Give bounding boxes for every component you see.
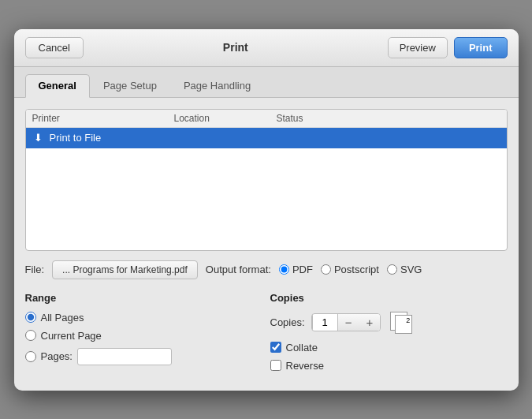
printer-list-body: ⬇ Print to File [26,128,507,250]
svg-label: SVG [400,264,422,275]
bottom-section: Range All Pages Current Page Pages: [25,290,508,380]
collate-label: Collate [286,342,318,354]
tab-page-setup[interactable]: Page Setup [90,74,170,98]
col-printer: Printer [32,113,174,124]
output-format-group: Output format: PDF Postscript SVG [206,264,422,275]
reverse-checkbox[interactable] [270,360,281,371]
pages-label: Pages: [41,350,73,362]
reverse-option[interactable]: Reverse [270,360,508,372]
range-title: Range [25,292,262,304]
reverse-label: Reverse [286,360,324,372]
pdf-radio[interactable] [279,264,289,275]
collate-icon: 1 2 [390,312,414,334]
cancel-button[interactable]: Cancel [25,37,84,58]
download-icon: ⬇ [32,132,45,144]
current-page-radio[interactable] [25,330,36,341]
dialog-title: Print [84,41,388,54]
printer-name: ⬇ Print to File [32,132,174,144]
copies-increase-button[interactable]: + [359,314,381,331]
postscript-option[interactable]: Postscript [321,264,379,275]
pages-input[interactable] [77,348,172,365]
pdf-label: PDF [292,264,313,275]
pages-radio[interactable] [25,351,36,362]
file-row: File: ... Programs for Marketing.pdf Out… [25,260,508,279]
file-chooser-button[interactable]: ... Programs for Marketing.pdf [52,260,198,279]
pages-row: Pages: [25,348,262,365]
printer-name-label: Print to File [50,132,102,144]
print-button[interactable]: Print [454,37,508,58]
printer-list-container: Printer Location Status ⬇ Print to File [25,109,508,251]
copies-control: 1 − + [311,313,381,331]
collate-option[interactable]: Collate [270,342,508,354]
range-section: Range All Pages Current Page Pages: [25,290,262,380]
tab-content: Printer Location Status ⬇ Print to File … [14,98,519,391]
collate-page2: 2 [395,315,412,334]
col-location: Location [174,113,277,124]
copies-title: Copies [270,292,508,304]
all-pages-radio[interactable] [25,312,36,323]
copies-section: Copies Copies: 1 − + 1 2 Collate [270,290,508,380]
copies-value: 1 [312,314,338,331]
pdf-option[interactable]: PDF [279,264,313,275]
all-pages-label: All Pages [41,312,84,324]
title-actions: Preview Print [388,37,508,58]
postscript-radio[interactable] [321,264,331,275]
copies-decrease-button[interactable]: − [338,314,359,331]
current-page-option[interactable]: Current Page [25,330,262,342]
title-bar: Cancel Print Preview Print [14,29,519,67]
collate-checkbox[interactable] [270,342,281,353]
preview-button[interactable]: Preview [388,37,448,58]
copies-label: Copies: [270,316,305,328]
copies-row: Copies: 1 − + 1 2 [270,312,508,334]
svg-option[interactable]: SVG [387,264,422,275]
svg-radio[interactable] [387,264,397,275]
tab-page-handling[interactable]: Page Handling [170,74,264,98]
current-page-label: Current Page [41,330,102,342]
postscript-label: Postscript [334,264,379,275]
printer-list-header: Printer Location Status [26,110,507,128]
pages-option[interactable]: Pages: [25,350,73,362]
output-format-label: Output format: [206,264,271,275]
printer-row[interactable]: ⬇ Print to File [26,128,507,148]
tab-bar: General Page Setup Page Handling [14,67,519,98]
col-status: Status [277,113,500,124]
file-label: File: [25,264,45,275]
tab-general[interactable]: General [25,74,90,98]
print-dialog: Cancel Print Preview Print General Page … [14,29,519,391]
all-pages-option[interactable]: All Pages [25,312,262,324]
